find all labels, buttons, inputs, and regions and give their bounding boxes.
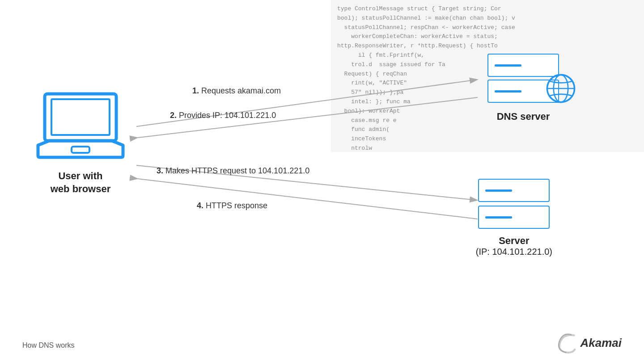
arrow-label-1: 1. Requests akamai.com <box>192 86 281 96</box>
bottom-caption: How DNS works <box>22 341 74 349</box>
dns-server-icon <box>487 54 559 103</box>
dns-server-box-bottom <box>487 80 559 103</box>
web-server-box-top <box>478 179 550 202</box>
dns-diagram: User with web browser <box>0 0 644 362</box>
server-ip: (IP: 104.101.221.0) <box>476 247 552 257</box>
user-label: User with web browser <box>51 170 110 195</box>
server-line-bar <box>495 64 521 67</box>
akamai-text: Akamai <box>580 336 622 350</box>
dns-label: DNS server <box>497 111 550 122</box>
server-section: Server (IP: 104.101.221.0) <box>476 179 552 257</box>
server-line-bar <box>485 216 512 219</box>
svg-rect-0 <box>45 94 116 141</box>
web-server-icon <box>478 179 550 229</box>
server-line-bar <box>495 90 521 93</box>
server-line-bar <box>485 189 512 192</box>
dns-section: DNS server <box>487 54 559 122</box>
laptop-icon <box>36 89 125 163</box>
akamai-logo: Akamai <box>555 332 622 354</box>
akamai-logo-icon <box>555 332 578 354</box>
web-server-box-bottom <box>478 206 550 229</box>
arrow-4 <box>138 179 478 219</box>
svg-rect-1 <box>51 99 110 135</box>
arrow-label-3: 3. Makes HTTPS request to 104.101.221.0 <box>157 166 309 176</box>
globe-icon <box>545 72 577 106</box>
arrow-label-4: 4. HTTPS response <box>197 201 267 210</box>
server-label: Server <box>499 235 530 247</box>
user-section: User with web browser <box>36 89 125 195</box>
svg-rect-2 <box>72 147 89 153</box>
arrow-label-2: 2. Provides IP: 104.101.221.0 <box>170 111 276 120</box>
